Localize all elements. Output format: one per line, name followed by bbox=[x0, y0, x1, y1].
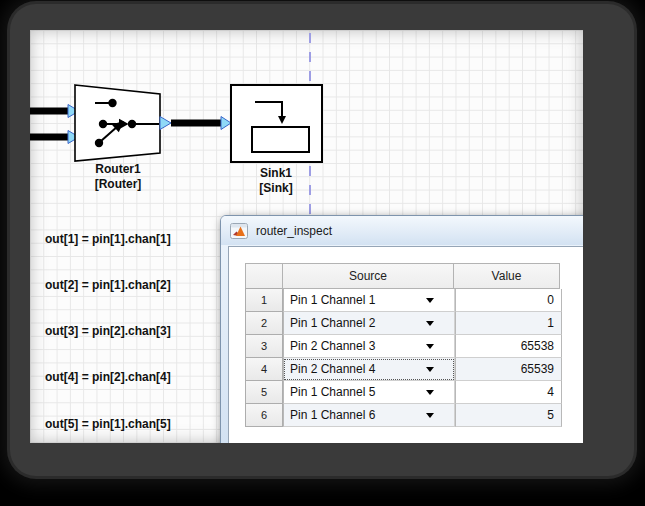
sink-inport-icon[interactable] bbox=[221, 117, 231, 130]
router-block[interactable] bbox=[75, 85, 160, 161]
source-cell-label: Pin 2 Channel 3 bbox=[290, 339, 375, 353]
table-row: 5 Pin 1 Channel 5 4 bbox=[245, 381, 562, 404]
value-column-header: Value bbox=[453, 263, 560, 289]
table-row: 1 Pin 1 Channel 1 0 bbox=[245, 289, 562, 312]
value-cell[interactable]: 1 bbox=[455, 312, 562, 335]
matlab-icon bbox=[230, 223, 248, 239]
annotation-line: out[2] = pin[1].chan[2] bbox=[45, 278, 171, 293]
value-cell[interactable]: 5 bbox=[455, 404, 562, 427]
caret-down-icon[interactable] bbox=[426, 390, 434, 395]
caret-down-icon[interactable] bbox=[426, 367, 434, 372]
source-column-header: Source bbox=[282, 263, 454, 289]
table-row: 3 Pin 2 Channel 3 65538 bbox=[245, 335, 562, 358]
row-index-cell[interactable]: 4 bbox=[245, 357, 283, 381]
source-cell-label: Pin 1 Channel 6 bbox=[290, 408, 375, 422]
model-canvas: Router1 [Router] Sink1 [Sink] out[1] = p… bbox=[30, 30, 583, 443]
router-block-class: [Router] bbox=[73, 177, 163, 192]
value-cell[interactable]: 65538 bbox=[455, 335, 562, 358]
caret-down-icon[interactable] bbox=[426, 321, 434, 326]
sink-block-class: [Sink] bbox=[231, 181, 321, 196]
annotation-line: out[1] = pin[1].chan[1] bbox=[45, 232, 171, 247]
row-index-cell[interactable]: 5 bbox=[245, 380, 283, 404]
source-cell[interactable]: Pin 2 Channel 3 bbox=[283, 335, 455, 358]
source-cell-focused[interactable]: Pin 2 Channel 4 bbox=[283, 358, 455, 381]
source-cell-label: Pin 1 Channel 5 bbox=[290, 385, 375, 399]
value-cell[interactable]: 65539 bbox=[455, 358, 562, 381]
source-cell[interactable]: Pin 1 Channel 6 bbox=[283, 404, 455, 427]
sink-block-name: Sink1 bbox=[231, 166, 321, 181]
row-index-cell[interactable]: 6 bbox=[245, 403, 283, 427]
annotation-line: out[4] = pin[2].chan[4] bbox=[45, 370, 171, 385]
screenshot-frame: Router1 [Router] Sink1 [Sink] out[1] = p… bbox=[10, 4, 634, 476]
dialog-client-area: Source Value 1 Pin 1 Channel 1 0 2 bbox=[228, 246, 583, 443]
sink-block[interactable] bbox=[231, 85, 322, 162]
router-block-name: Router1 bbox=[73, 162, 163, 177]
source-cell-label: Pin 1 Channel 2 bbox=[290, 316, 375, 330]
routing-annotations: out[1] = pin[1].chan[1] out[2] = pin[1].… bbox=[45, 201, 171, 443]
table-header-row: Source Value bbox=[245, 263, 562, 289]
caret-down-icon[interactable] bbox=[426, 413, 434, 418]
source-cell-label: Pin 1 Channel 1 bbox=[290, 293, 375, 307]
router-outport-icon[interactable] bbox=[160, 117, 171, 130]
source-cell[interactable]: Pin 1 Channel 5 bbox=[283, 381, 455, 404]
source-cell[interactable]: Pin 1 Channel 2 bbox=[283, 312, 455, 335]
window-title: router_inspect bbox=[256, 224, 332, 238]
source-cell[interactable]: Pin 1 Channel 1 bbox=[283, 289, 455, 312]
value-cell[interactable]: 4 bbox=[455, 381, 562, 404]
corner-header-cell bbox=[245, 263, 283, 289]
row-index-cell[interactable]: 3 bbox=[245, 334, 283, 358]
window-titlebar[interactable]: router_inspect bbox=[221, 216, 583, 245]
table-row: 2 Pin 1 Channel 2 1 bbox=[245, 312, 562, 335]
table-row: 6 Pin 1 Channel 6 5 bbox=[245, 404, 562, 427]
source-cell-label: Pin 2 Channel 4 bbox=[290, 362, 375, 376]
caret-down-icon[interactable] bbox=[426, 344, 434, 349]
value-cell[interactable]: 0 bbox=[455, 289, 562, 312]
annotation-line: out[5] = pin[1].chan[5] bbox=[45, 417, 171, 432]
caret-down-icon[interactable] bbox=[426, 298, 434, 303]
row-index-cell[interactable]: 1 bbox=[245, 288, 283, 312]
router-inspect-window[interactable]: router_inspect Source Value 1 Pin 1 Chan… bbox=[220, 215, 583, 443]
inspect-table: Source Value 1 Pin 1 Channel 1 0 2 bbox=[245, 263, 562, 427]
row-index-cell[interactable]: 2 bbox=[245, 311, 283, 335]
table-row: 4 Pin 2 Channel 4 65539 bbox=[245, 358, 562, 381]
annotation-line: out[3] = pin[2].chan[3] bbox=[45, 324, 171, 339]
